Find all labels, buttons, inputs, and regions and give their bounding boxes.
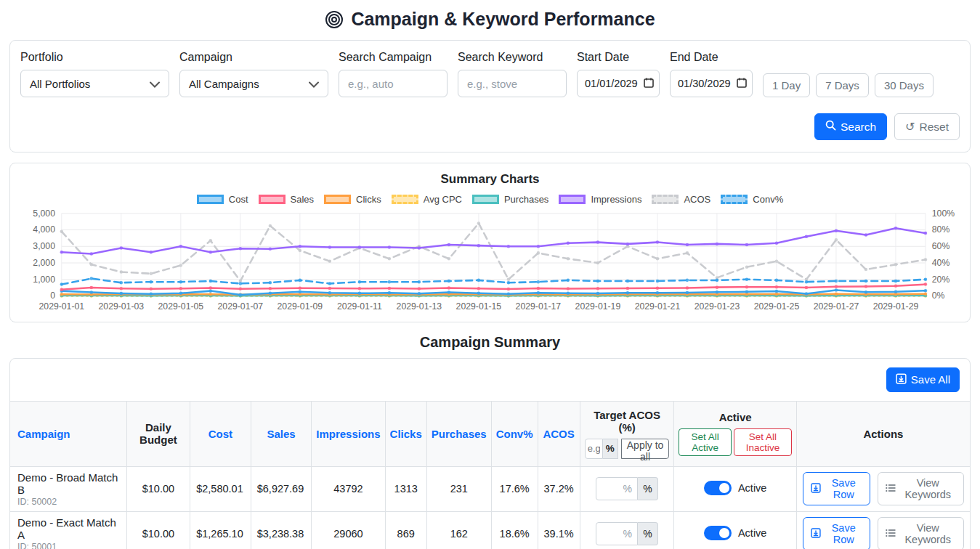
campaign-label: Campaign — [179, 51, 328, 64]
col-active: Active — [719, 411, 752, 423]
end-date-label: End Date — [670, 51, 753, 64]
sales-cell: $6,927.69 — [251, 466, 312, 511]
cost-cell: $1,265.10 — [190, 511, 251, 549]
active-toggle[interactable] — [704, 481, 732, 495]
sort-acos[interactable]: ACOS — [543, 428, 574, 440]
set-all-active-button[interactable]: Set All Active — [679, 428, 731, 456]
calendar-icon[interactable] — [737, 78, 747, 90]
acos-cell: 37.2% — [538, 466, 580, 511]
legend-swatch — [472, 195, 499, 204]
chart-legend: CostSalesClicksAvg CPCPurchasesImpressio… — [20, 194, 960, 205]
svg-text:20%: 20% — [932, 274, 950, 285]
range-30days-button[interactable]: 30 Days — [875, 73, 934, 97]
legend-label: Impressions — [591, 194, 641, 205]
save-all-label: Save All — [911, 373, 950, 386]
clicks-cell: 869 — [385, 511, 426, 549]
sales-cell: $3,238.38 — [251, 511, 312, 549]
legend-label: Conv% — [753, 194, 783, 205]
portfolio-select[interactable]: All Portfolios — [20, 70, 169, 97]
svg-text:80%: 80% — [932, 224, 950, 235]
actions-cell: Save Row View Keywords — [796, 466, 970, 511]
legend-item-impressions[interactable]: Impressions — [559, 194, 641, 205]
view-keywords-button[interactable]: View Keywords — [878, 517, 964, 549]
reset-button-label: Reset — [920, 121, 949, 134]
legend-item-cost[interactable]: Cost — [197, 194, 248, 205]
reset-button[interactable]: ↺ Reset — [894, 113, 960, 140]
view-keywords-button[interactable]: View Keywords — [878, 472, 964, 505]
sort-purchases[interactable]: Purchases — [432, 428, 487, 440]
svg-text:2029-01-03: 2029-01-03 — [99, 301, 145, 312]
end-date-input[interactable]: 01/30/2029 — [670, 70, 753, 97]
start-date-input[interactable]: 01/01/2029 — [577, 70, 660, 97]
reset-icon: ↺ — [905, 121, 915, 133]
save-all-button[interactable]: Save All — [886, 367, 960, 392]
target-acos-all-input[interactable] — [585, 439, 603, 459]
search-campaign-input[interactable] — [339, 70, 448, 97]
chart-title: Summary Charts — [20, 172, 960, 187]
active-toggle[interactable] — [704, 526, 732, 540]
campaign-cell: Demo - Broad Match B ID: 50002 — [10, 466, 126, 511]
svg-text:2029-01-17: 2029-01-17 — [516, 301, 562, 312]
legend-label: Avg CPC — [424, 194, 462, 205]
portfolio-label: Portfolio — [20, 51, 169, 64]
percent-suffix: % — [638, 477, 658, 500]
legend-item-conv-[interactable]: Conv% — [721, 194, 783, 205]
apply-to-all-button[interactable]: Apply to all — [621, 439, 670, 459]
svg-text:2029-01-27: 2029-01-27 — [814, 301, 859, 312]
target-acos-cell: % — [580, 511, 674, 549]
campaign-id: ID: 50001 — [17, 542, 121, 549]
table-row: Demo - Exact Match A ID: 50001 $10.00 $1… — [10, 511, 970, 549]
calendar-icon[interactable] — [644, 78, 654, 90]
sort-cost[interactable]: Cost — [208, 428, 232, 440]
svg-text:2029-01-21: 2029-01-21 — [635, 301, 681, 312]
toggle-knob — [719, 528, 729, 538]
svg-text:2029-01-19: 2029-01-19 — [575, 301, 621, 312]
save-icon — [811, 483, 821, 495]
col-daily-budget: Daily Budget — [139, 421, 177, 446]
svg-text:4,000: 4,000 — [33, 224, 55, 235]
target-acos-input[interactable] — [596, 522, 638, 545]
active-cell: Active — [674, 511, 796, 549]
summary-charts-panel: Summary Charts CostSalesClicksAvg CPCPur… — [9, 163, 971, 322]
search-button[interactable]: Search — [814, 113, 887, 140]
legend-swatch — [259, 195, 286, 204]
legend-item-clicks[interactable]: Clicks — [324, 194, 381, 205]
sort-campaign[interactable]: Campaign — [17, 428, 70, 440]
campaign-id: ID: 50002 — [17, 497, 121, 507]
campaign-select[interactable]: All Campaigns — [179, 70, 328, 97]
svg-text:1,000: 1,000 — [33, 274, 55, 285]
legend-label: Sales — [291, 194, 315, 205]
save-row-button[interactable]: Save Row — [803, 517, 870, 549]
percent-suffix: % — [603, 439, 618, 459]
conv-cell: 17.6% — [491, 466, 538, 511]
legend-item-acos[interactable]: ACOS — [652, 194, 710, 205]
svg-text:2,000: 2,000 — [33, 258, 55, 268]
range-1day-button[interactable]: 1 Day — [763, 73, 810, 97]
table-row: Demo - Broad Match B ID: 50002 $10.00 $2… — [10, 466, 970, 511]
legend-item-purchases[interactable]: Purchases — [472, 194, 548, 205]
sort-sales[interactable]: Sales — [267, 428, 295, 440]
col-actions: Actions — [863, 428, 903, 440]
legend-item-avg-cpc[interactable]: Avg CPC — [392, 194, 462, 205]
legend-swatch — [652, 195, 679, 204]
sort-impressions[interactable]: Impressions — [316, 428, 380, 440]
legend-item-sales[interactable]: Sales — [259, 194, 315, 205]
list-icon — [886, 528, 896, 540]
svg-text:2029-01-01: 2029-01-01 — [39, 301, 85, 312]
legend-label: Cost — [229, 194, 248, 205]
search-button-label: Search — [841, 121, 876, 134]
daily-budget-cell: $10.00 — [126, 466, 190, 511]
set-all-inactive-button[interactable]: Set All Inactive — [734, 428, 792, 456]
search-keyword-input[interactable] — [458, 70, 567, 97]
search-icon — [825, 120, 836, 134]
target-acos-input[interactable] — [596, 477, 638, 500]
svg-text:2029-01-13: 2029-01-13 — [397, 301, 442, 312]
campaign-summary-heading: Campaign Summary — [0, 334, 980, 351]
campaign-cell: Demo - Exact Match A ID: 50001 — [10, 511, 126, 549]
sort-conv[interactable]: Conv% — [496, 428, 533, 440]
save-row-button[interactable]: Save Row — [803, 472, 870, 505]
range-7days-button[interactable]: 7 Days — [816, 73, 869, 97]
svg-text:5,000: 5,000 — [33, 208, 55, 219]
sort-clicks[interactable]: Clicks — [390, 428, 422, 440]
active-cell: Active — [674, 466, 796, 511]
